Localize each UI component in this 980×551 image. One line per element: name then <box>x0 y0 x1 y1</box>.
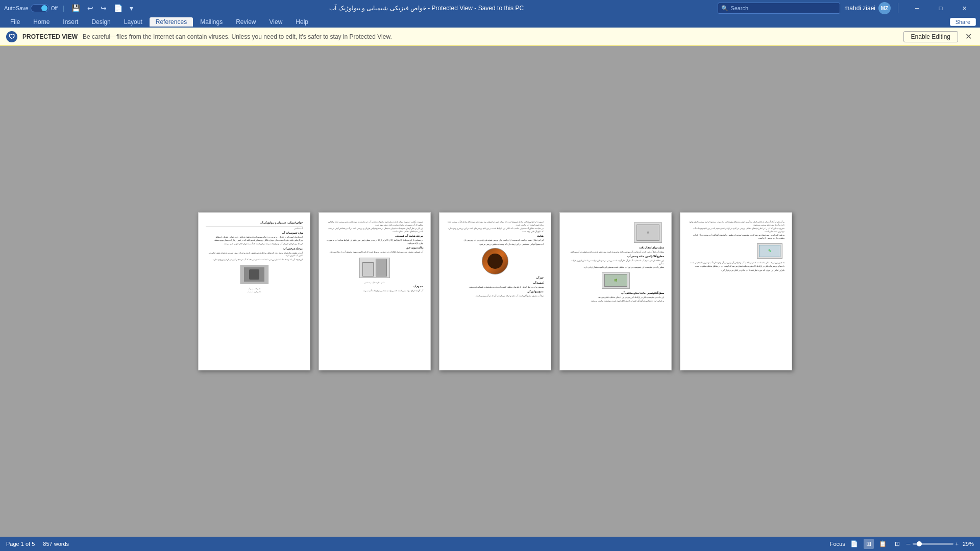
new-file-icon[interactable]: 📄 <box>112 3 125 13</box>
autosave-control: AutoSave Off <box>4 4 58 12</box>
protected-view-bar: 🛡 PROTECTED VIEW Be careful—files from t… <box>0 28 980 46</box>
search-icon: 🔍 <box>721 5 728 12</box>
page-1: خواص فیزیکی، شیمیایی و بیولوژیکی آب آب ش… <box>198 212 310 370</box>
protected-icon: 🛡 <box>6 31 17 42</box>
print-layout-view-button[interactable]: 📄 <box>849 539 860 549</box>
tab-references[interactable]: References <box>150 17 193 27</box>
statusbar-right: Focus 📄 ⊞ 📋 ⊡ ─ + 29% <box>830 539 974 549</box>
enable-editing-button[interactable]: Enable Editing <box>903 31 958 42</box>
user-initials: MZ <box>881 6 888 11</box>
statusbar: Page 1 of 5 857 words Focus 📄 ⊞ 📋 ⊡ ─ + … <box>0 537 980 551</box>
user-info: mahdi ziaei MZ <box>844 2 891 14</box>
ribbon: File Home Insert Design Layout Reference… <box>0 16 980 28</box>
customize-icon[interactable]: ▾ <box>128 3 135 13</box>
tab-file[interactable]: File <box>4 17 26 27</box>
quick-access-toolbar: 💾 ↩ ↪ 📄 ▾ <box>69 3 135 13</box>
window-controls: ─ □ ✕ <box>905 0 976 16</box>
titlebar: AutoSave Off | 💾 ↩ ↪ 📄 ▾ خواص فیزیکی شیم… <box>0 0 980 16</box>
focus-mode-button[interactable]: ⊡ <box>892 539 902 549</box>
pages-container: خواص فیزیکی، شیمیایی و بیولوژیکی آب آب ش… <box>198 212 792 370</box>
protected-label: PROTECTED VIEW <box>22 33 78 40</box>
search-box[interactable]: 🔍 Search <box>718 3 840 14</box>
zoom-control: ─ + <box>906 541 959 547</box>
restore-button[interactable]: □ <box>929 0 952 16</box>
autosave-toggle[interactable] <box>31 4 49 12</box>
zoom-in-button[interactable]: + <box>955 541 959 547</box>
focus-button[interactable]: Focus <box>830 541 845 547</box>
word-count: 857 words <box>43 541 69 547</box>
close-button[interactable]: ✕ <box>952 0 976 16</box>
avatar: MZ <box>878 2 891 14</box>
undo-icon[interactable]: ↩ <box>85 3 95 13</box>
document-area: خواص فیزیکی، شیمیایی و بیولوژیکی آب آب ش… <box>0 46 980 537</box>
share-button[interactable]: Share <box>950 18 976 26</box>
protected-message: Be careful—files from the Internet can c… <box>83 33 898 40</box>
redo-icon[interactable]: ↪ <box>99 3 109 13</box>
tab-mailings[interactable]: Mailings <box>194 17 229 27</box>
page-4: 图 هدایت برای انتقال بافت سطح آب فعلاً در… <box>559 212 672 370</box>
save-icon[interactable]: 💾 <box>69 3 82 13</box>
multiple-pages-view-button[interactable]: ⊞ <box>864 539 874 549</box>
autosave-label: AutoSave <box>4 5 29 11</box>
autosave-state: Off <box>51 6 58 11</box>
page-info: Page 1 of 5 <box>6 541 35 547</box>
page-width-view-button[interactable]: 📋 <box>878 539 888 549</box>
zoom-slider[interactable] <box>913 543 953 545</box>
tab-view[interactable]: View <box>263 17 289 27</box>
search-placeholder: Search <box>730 5 748 11</box>
tab-review[interactable]: Review <box>230 17 262 27</box>
statusbar-left: Page 1 of 5 857 words <box>6 541 69 547</box>
tab-home[interactable]: Home <box>27 17 56 27</box>
minimize-button[interactable]: ─ <box>905 0 929 16</box>
tab-insert[interactable]: Insert <box>57 17 84 27</box>
zoom-level: 29% <box>963 541 974 547</box>
page-3: ضرورت از خواص هدایتی زیادی ضروری است که … <box>439 212 551 370</box>
tab-design[interactable]: Design <box>85 17 116 27</box>
user-name: mahdi ziaei <box>844 5 875 12</box>
zoom-out-button[interactable]: ─ <box>906 541 911 547</box>
document-title: خواص فیزیکی شیمیایی و بیولوژیک آب - Prot… <box>139 5 714 12</box>
tab-help[interactable]: Help <box>289 17 314 27</box>
close-bar-icon[interactable]: ✕ <box>963 32 974 41</box>
page-5: بر آن نظر از آنکه آب یکی از عناصر اصلی ز… <box>680 212 792 370</box>
tab-layout[interactable]: Layout <box>118 17 149 27</box>
page-2: ضرورت نگرانی در مورد میزان هدایت و همچنی… <box>318 212 431 370</box>
